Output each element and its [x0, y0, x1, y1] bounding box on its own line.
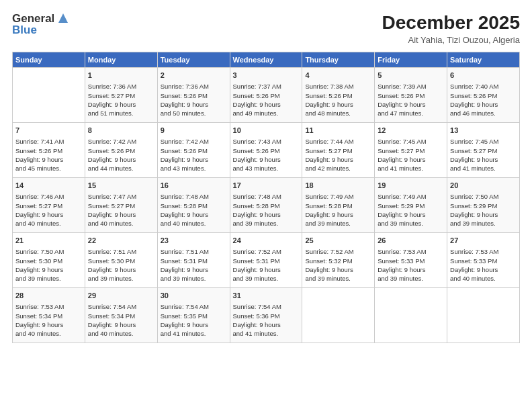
cell-info-line: Daylight: 9 hours	[233, 320, 300, 329]
calendar-cell: 11Sunrise: 7:44 AMSunset: 5:27 PMDayligh…	[302, 123, 375, 178]
calendar-cell: 15Sunrise: 7:47 AMSunset: 5:27 PMDayligh…	[85, 178, 157, 233]
day-number: 7	[15, 126, 82, 136]
cell-info-line: Daylight: 9 hours	[161, 155, 227, 164]
day-number: 1	[88, 71, 154, 81]
day-number: 14	[15, 181, 82, 191]
cell-info-line: Sunrise: 7:43 AM	[233, 137, 300, 146]
calendar-week-row: 7Sunrise: 7:41 AMSunset: 5:26 PMDaylight…	[13, 123, 520, 178]
cell-info-line: Sunrise: 7:54 AM	[161, 302, 227, 311]
cell-info-line: and 45 minutes.	[15, 164, 82, 173]
day-number: 17	[233, 181, 300, 191]
calendar-cell: 25Sunrise: 7:52 AMSunset: 5:32 PMDayligh…	[302, 233, 375, 288]
cell-info-line: and 39 minutes.	[378, 219, 444, 228]
cell-info-line: Sunrise: 7:44 AM	[305, 137, 371, 146]
cell-info-line: Sunrise: 7:40 AM	[450, 82, 517, 91]
calendar-table: SundayMondayTuesdayWednesdayThursdayFrid…	[12, 52, 520, 343]
col-header-sunday: Sunday	[13, 52, 85, 68]
day-number: 31	[233, 291, 300, 301]
calendar-cell: 16Sunrise: 7:48 AMSunset: 5:28 PMDayligh…	[157, 178, 230, 233]
day-number: 16	[161, 181, 227, 191]
cell-info-line: Sunset: 5:28 PM	[233, 201, 300, 210]
calendar-cell: 8Sunrise: 7:42 AMSunset: 5:26 PMDaylight…	[85, 123, 157, 178]
day-number: 20	[450, 181, 517, 191]
cell-info-line: Sunrise: 7:45 AM	[378, 137, 444, 146]
calendar-cell: 29Sunrise: 7:54 AMSunset: 5:34 PMDayligh…	[85, 288, 157, 343]
cell-info-line: and 40 minutes.	[161, 219, 227, 228]
cell-info-line: Sunset: 5:26 PM	[161, 146, 227, 155]
cell-info-line: and 41 minutes.	[450, 164, 517, 173]
calendar-cell: 1Sunrise: 7:36 AMSunset: 5:27 PMDaylight…	[85, 68, 157, 123]
day-number: 9	[161, 126, 227, 136]
day-number: 22	[88, 236, 154, 246]
cell-info-line: Daylight: 9 hours	[305, 155, 371, 164]
calendar-cell: 23Sunrise: 7:51 AMSunset: 5:31 PMDayligh…	[157, 233, 230, 288]
cell-info-line: Daylight: 9 hours	[233, 100, 300, 109]
calendar-cell: 5Sunrise: 7:39 AMSunset: 5:26 PMDaylight…	[375, 68, 447, 123]
cell-info-line: Sunset: 5:26 PM	[305, 91, 371, 100]
cell-info-line: and 40 minutes.	[88, 329, 154, 338]
day-number: 27	[450, 236, 517, 246]
day-number: 21	[15, 236, 82, 246]
day-number: 28	[15, 291, 82, 301]
day-number: 15	[88, 181, 154, 191]
cell-info-line: Daylight: 9 hours	[378, 265, 444, 274]
calendar-cell: 19Sunrise: 7:49 AMSunset: 5:29 PMDayligh…	[375, 178, 447, 233]
cell-info-line: and 46 minutes.	[450, 109, 517, 118]
cell-info-line: and 41 minutes.	[233, 329, 300, 338]
day-number: 26	[378, 236, 444, 246]
cell-info-line: and 39 minutes.	[305, 219, 371, 228]
day-number: 10	[233, 126, 300, 136]
cell-info-line: Daylight: 9 hours	[233, 210, 300, 219]
cell-info-line: Daylight: 9 hours	[88, 265, 154, 274]
cell-info-line: Daylight: 9 hours	[161, 100, 227, 109]
cell-info-line: Sunset: 5:27 PM	[88, 91, 154, 100]
cell-info-line: and 40 minutes.	[15, 219, 82, 228]
cell-info-line: and 39 minutes.	[88, 274, 154, 283]
cell-info-line: Sunset: 5:26 PM	[15, 146, 82, 155]
cell-info-line: Sunset: 5:26 PM	[233, 91, 300, 100]
cell-info-line: Sunrise: 7:51 AM	[88, 247, 154, 256]
calendar-cell	[447, 288, 520, 343]
cell-info-line: Sunrise: 7:51 AM	[161, 247, 227, 256]
day-number: 30	[161, 291, 227, 301]
cell-info-line: Sunrise: 7:48 AM	[233, 192, 300, 201]
calendar-cell: 26Sunrise: 7:53 AMSunset: 5:33 PMDayligh…	[375, 233, 447, 288]
calendar-cell	[13, 68, 85, 123]
cell-info-line: Sunrise: 7:45 AM	[450, 137, 517, 146]
location-subtitle: Ait Yahia, Tizi Ouzou, Algeria	[382, 35, 520, 45]
day-number: 29	[88, 291, 154, 301]
month-title: December 2025	[382, 12, 520, 34]
cell-info-line: and 41 minutes.	[378, 164, 444, 173]
cell-info-line: Sunset: 5:29 PM	[378, 201, 444, 210]
calendar-header-row: SundayMondayTuesdayWednesdayThursdayFrid…	[13, 52, 520, 68]
cell-info-line: Daylight: 9 hours	[161, 210, 227, 219]
cell-info-line: Daylight: 9 hours	[378, 210, 444, 219]
cell-info-line: and 50 minutes.	[161, 109, 227, 118]
calendar-cell	[302, 288, 375, 343]
logo-icon	[56, 11, 71, 26]
cell-info-line: Sunset: 5:33 PM	[450, 257, 517, 265]
cell-info-line: and 48 minutes.	[305, 109, 371, 118]
cell-info-line: Daylight: 9 hours	[233, 265, 300, 274]
cell-info-line: Sunset: 5:30 PM	[15, 257, 82, 265]
cell-info-line: and 39 minutes.	[450, 219, 517, 228]
logo-line2: Blue	[12, 24, 37, 36]
day-number: 11	[305, 126, 371, 136]
cell-info-line: Sunrise: 7:37 AM	[233, 82, 300, 91]
cell-info-line: and 40 minutes.	[88, 219, 154, 228]
col-header-friday: Friday	[375, 52, 447, 68]
cell-info-line: Sunrise: 7:42 AM	[161, 137, 227, 146]
cell-info-line: Sunset: 5:28 PM	[305, 201, 371, 210]
calendar-cell: 13Sunrise: 7:45 AMSunset: 5:27 PMDayligh…	[447, 123, 520, 178]
cell-info-line: Sunrise: 7:48 AM	[161, 192, 227, 201]
cell-info-line: and 39 minutes.	[233, 219, 300, 228]
cell-info-line: Daylight: 9 hours	[161, 265, 227, 274]
calendar-cell: 6Sunrise: 7:40 AMSunset: 5:26 PMDaylight…	[447, 68, 520, 123]
cell-info-line: Sunrise: 7:53 AM	[15, 302, 82, 311]
cell-info-line: Daylight: 9 hours	[15, 210, 82, 219]
col-header-thursday: Thursday	[302, 52, 375, 68]
page-container: General Blue December 2025 Ait Yahia, Ti…	[0, 0, 532, 411]
cell-info-line: Sunrise: 7:42 AM	[88, 137, 154, 146]
calendar-cell: 31Sunrise: 7:54 AMSunset: 5:36 PMDayligh…	[230, 288, 302, 343]
cell-info-line: and 51 minutes.	[88, 109, 154, 118]
